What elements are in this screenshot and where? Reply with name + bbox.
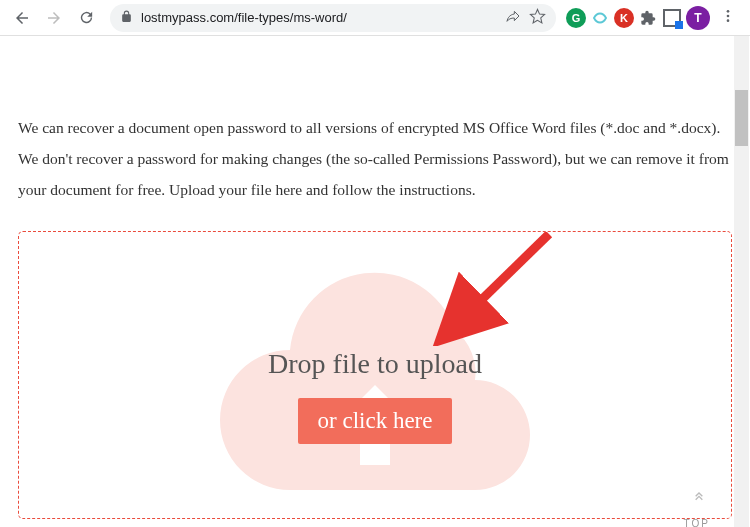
scroll-top-icon[interactable] <box>691 487 707 506</box>
svg-point-1 <box>727 14 730 17</box>
svg-point-0 <box>727 10 730 13</box>
browser-toolbar: lostmypass.com/file-types/ms-word/ G K T <box>0 0 750 36</box>
top-label: TOP <box>684 518 710 527</box>
browser-menu-icon[interactable] <box>714 8 742 28</box>
description-text: We can recover a document open password … <box>18 112 732 205</box>
extension-k-icon[interactable]: K <box>614 8 634 28</box>
forward-button[interactable] <box>40 4 68 32</box>
url-text: lostmypass.com/file-types/ms-word/ <box>141 10 497 25</box>
drop-label: Drop file to upload <box>268 348 482 380</box>
svg-point-2 <box>727 19 730 22</box>
svg-line-3 <box>471 234 549 310</box>
annotation-arrow <box>429 231 559 346</box>
page-content: We can recover a document open password … <box>0 36 750 527</box>
profile-avatar[interactable]: T <box>686 6 710 30</box>
bookmark-star-icon[interactable] <box>529 8 546 28</box>
extension-square-icon[interactable] <box>662 8 682 28</box>
share-icon[interactable] <box>505 8 521 27</box>
upload-dropzone[interactable]: Drop file to upload or click here <box>18 231 732 519</box>
extension-swirl-icon[interactable] <box>590 8 610 28</box>
extension-puzzle-icon[interactable] <box>638 8 658 28</box>
back-button[interactable] <box>8 4 36 32</box>
lock-icon <box>120 10 133 26</box>
click-here-button[interactable]: or click here <box>298 398 453 444</box>
address-bar[interactable]: lostmypass.com/file-types/ms-word/ <box>110 4 556 32</box>
extension-grammarly-icon[interactable]: G <box>566 8 586 28</box>
reload-button[interactable] <box>72 4 100 32</box>
